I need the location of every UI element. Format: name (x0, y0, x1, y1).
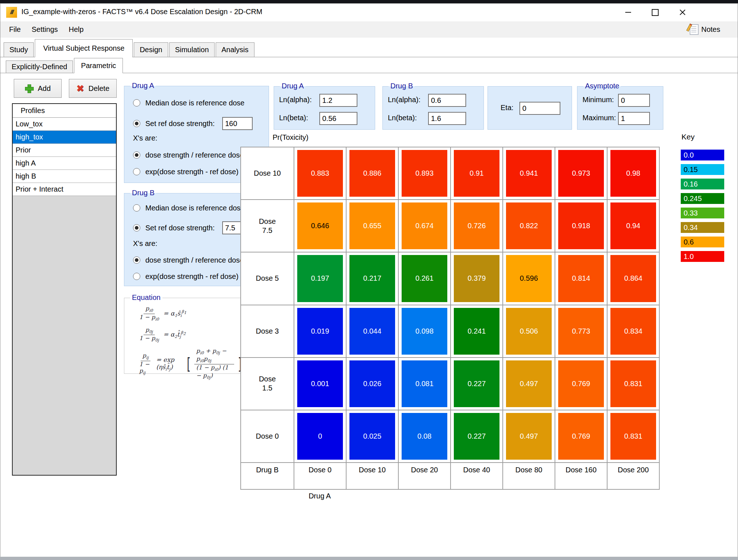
drug-a-ln-beta-input[interactable]: 0.56 (319, 112, 357, 125)
corner-label-text: Drug B (256, 463, 278, 474)
maximize-icon (652, 9, 659, 16)
drug-b-ln-alpha-label: Ln(alpha): (388, 96, 420, 104)
heatmap-cell: 0.834 (608, 305, 659, 357)
plus-icon (25, 84, 33, 93)
drug-b-ln-beta-input[interactable]: 1.6 (428, 112, 466, 125)
asymptote-groupbox: Asymptote Minimum:0Maximum:1 (577, 86, 663, 130)
heatmap-cell-value: 0.025 (349, 413, 395, 460)
radio-icon (133, 256, 140, 264)
asymptote-minimum-label: Minimum: (582, 96, 614, 104)
subtab-parametric[interactable]: Parametric (74, 58, 123, 73)
heatmap-cell-value: 0.001 (297, 360, 343, 407)
heatmap-cell-value: 0.098 (402, 308, 447, 355)
profile-row-high-b[interactable]: high B (13, 170, 116, 183)
asymptote-title: Asymptote (583, 82, 621, 90)
profile-row-high-tox[interactable]: high_tox (13, 131, 116, 144)
row-label-text: Dose 3 (256, 327, 279, 336)
screen-edge-strip (0, 0, 738, 3)
radio-dose-ratio-drug-b-label: dose strength / reference dose (145, 256, 244, 264)
window-title: IG_example-with-zeros - FACTS™ v6.4 Dose… (21, 8, 262, 16)
tab-design[interactable]: Design (134, 42, 168, 57)
heatmap-row-label: Dose 1.5 (241, 358, 294, 410)
radio-median-ref-dose-drug-a[interactable]: Median dose is reference dose (133, 98, 266, 108)
main-tab-strip: StudyVirtual Subject ResponseDesignSimul… (4, 38, 254, 57)
notes-button[interactable]: Notes (690, 21, 720, 38)
menu-item-file[interactable]: File (8, 25, 21, 34)
radio-icon (133, 99, 140, 106)
heatmap-cell-value: 0.831 (610, 360, 656, 407)
heatmap-cell-value: 0.94 (610, 202, 656, 249)
maximize-button[interactable] (643, 3, 667, 21)
radio-exp-dose-drug-a-label: exp(dose strength - ref dose) (145, 168, 239, 176)
heatmap-row-label: Dose 5 (241, 252, 294, 304)
close-button[interactable] (671, 3, 694, 21)
drug-b-ln-alpha-input[interactable]: 0.6 (428, 94, 466, 107)
heatmap-cell: 0.001 (294, 358, 346, 410)
col-label-text: Dose 200 (618, 463, 649, 474)
drug-a-params-groupbox: Drug A Ln(alpha):1.2Ln(beta):0.56 (274, 86, 375, 130)
heatmap-col-label: Dose 200 (608, 463, 659, 489)
heatmap-cell-value: 0.241 (454, 308, 499, 355)
minimize-button[interactable] (617, 3, 640, 21)
profile-row-prior-interact[interactable]: Prior + Interact (13, 183, 116, 196)
heatmap-cell: 0.973 (555, 147, 607, 199)
key-swatch-0-0: 0.0 (681, 150, 724, 160)
tab-virtual-subject-response[interactable]: Virtual Subject Response (35, 39, 133, 57)
tab-analysis[interactable]: Analysis (216, 42, 254, 57)
eta-input[interactable]: 0 (519, 102, 560, 115)
col-label-text: Dose 160 (565, 463, 597, 474)
heatmap-cell-value: 0.227 (454, 413, 499, 460)
radio-icon (133, 151, 140, 159)
add-profile-button[interactable]: Add (14, 79, 62, 98)
ref-dose-strength-input-drug-a[interactable]: 160 (222, 117, 253, 130)
heatmap-cell: 0.864 (608, 252, 659, 304)
asymptote-maximum-input[interactable]: 1 (618, 112, 650, 125)
heatmap-cell: 0.098 (399, 305, 450, 357)
eta-groupbox: Eta:0 (488, 86, 572, 130)
radio-dose-ratio-drug-a-label: dose strength / reference dose (145, 151, 244, 159)
heatmap-cell: 0.497 (503, 358, 555, 410)
fraction-denominator: 1 − p0j (137, 335, 161, 343)
drug-a-groupbox-title: Drug A (130, 82, 156, 90)
heatmap-cell-value: 0.596 (506, 255, 552, 302)
heatmap-row-label: Dose 7.5 (241, 200, 294, 252)
row-label-text: Dose 7.5 (253, 217, 282, 235)
heatmap-cell-value: 0.941 (506, 150, 552, 197)
heatmap-cell-value: 0.497 (506, 360, 552, 407)
radio-icon (133, 224, 140, 231)
delete-x-icon: ✖ (76, 84, 84, 93)
radio-icon (133, 204, 140, 212)
menu-item-settings[interactable]: Settings (31, 25, 58, 34)
profile-row-prior[interactable]: Prior (13, 144, 116, 157)
delete-button-label: Delete (88, 84, 109, 93)
heatmap-cell-value: 0.726 (454, 202, 499, 249)
heatmap-cell-value: 0.769 (558, 360, 604, 407)
row-label-text: Dose 5 (256, 274, 279, 283)
sub-tab-strip: Explicitly-DefinedParametric (6, 58, 123, 73)
tab-simulation[interactable]: Simulation (169, 42, 215, 57)
menu-item-help[interactable]: Help (68, 25, 84, 34)
heatmap-cell-value: 0.886 (349, 150, 395, 197)
facts-app-icon: /// (6, 7, 17, 18)
heatmap-cell: 0.886 (347, 147, 398, 199)
heatmap-cell: 0.941 (503, 147, 555, 199)
heatmap-cell: 0.081 (399, 358, 450, 410)
drug-a-ln-alpha-input[interactable]: 1.2 (319, 94, 357, 107)
profile-row-high-a[interactable]: high A (13, 157, 116, 170)
heatmap-x-axis-label: Drug A (294, 492, 345, 500)
heatmap-cell-value: 0.506 (506, 308, 552, 355)
tab-study[interactable]: Study (4, 42, 34, 57)
asymptote-minimum-input[interactable]: 0 (618, 94, 650, 107)
heatmap-cell-value: 0.918 (558, 202, 604, 249)
heatmap-cell-value: 0.08 (402, 413, 447, 460)
heatmap-col-label: Dose 160 (555, 463, 607, 489)
profile-row-low-tox[interactable]: Low_tox (13, 118, 116, 131)
heatmap-cell: 0.506 (503, 305, 555, 357)
heatmap-cell-value: 0.674 (402, 202, 447, 249)
subtab-explicitly-defined[interactable]: Explicitly-Defined (6, 60, 73, 73)
heatmap-cell: 0.044 (347, 305, 398, 357)
notes-icon (690, 24, 698, 35)
delete-profile-button[interactable]: ✖ Delete (69, 79, 117, 98)
profiles-list: Profiles Low_toxhigh_toxPriorhigh Ahigh … (12, 103, 117, 476)
heatmap-cell-value: 0.834 (610, 308, 656, 355)
